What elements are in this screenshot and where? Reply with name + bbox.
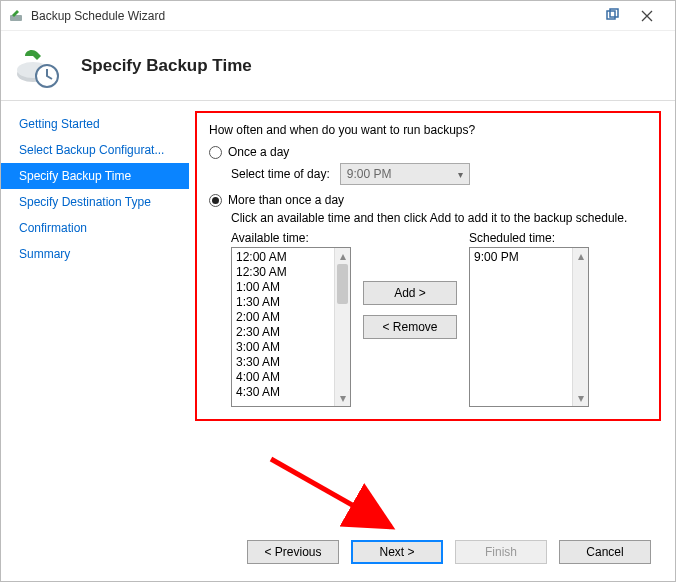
scroll-track[interactable] bbox=[335, 264, 350, 390]
list-item[interactable]: 2:30 AM bbox=[236, 325, 334, 340]
step-specify-destination-type[interactable]: Specify Destination Type bbox=[1, 189, 189, 215]
highlight-box: How often and when do you want to run ba… bbox=[195, 111, 661, 421]
finish-button: Finish bbox=[455, 540, 547, 564]
svg-rect-2 bbox=[610, 9, 618, 17]
titlebar: Backup Schedule Wizard bbox=[1, 1, 675, 31]
scheduled-label: Scheduled time: bbox=[469, 231, 589, 245]
scroll-down-icon[interactable]: ▾ bbox=[335, 390, 350, 406]
scroll-thumb[interactable] bbox=[337, 264, 348, 304]
page-title: Specify Backup Time bbox=[81, 56, 252, 76]
time-of-day-label: Select time of day: bbox=[231, 167, 330, 181]
window-controls bbox=[627, 2, 667, 30]
list-item[interactable]: 2:00 AM bbox=[236, 310, 334, 325]
wizard-body: Getting Started Select Backup Configurat… bbox=[1, 101, 675, 521]
window-title: Backup Schedule Wizard bbox=[31, 9, 597, 23]
available-label: Available time: bbox=[231, 231, 351, 245]
radio-once-a-day[interactable]: Once a day bbox=[209, 145, 647, 159]
available-time-list[interactable]: 12:00 AM 12:30 AM 1:00 AM 1:30 AM 2:00 A… bbox=[231, 247, 351, 407]
next-button[interactable]: Next > bbox=[351, 540, 443, 564]
step-select-backup-config[interactable]: Select Backup Configurat... bbox=[1, 137, 189, 163]
radio-icon bbox=[209, 194, 222, 207]
wizard-steps: Getting Started Select Backup Configurat… bbox=[1, 101, 189, 521]
scroll-track[interactable] bbox=[573, 264, 588, 390]
list-item[interactable]: 1:30 AM bbox=[236, 295, 334, 310]
cancel-button[interactable]: Cancel bbox=[559, 540, 651, 564]
backup-clock-icon bbox=[15, 42, 63, 90]
once-time-row: Select time of day: 9:00 PM ▾ bbox=[231, 163, 647, 185]
list-item[interactable]: 1:00 AM bbox=[236, 280, 334, 295]
list-item[interactable]: 4:00 AM bbox=[236, 370, 334, 385]
scheduled-time-list[interactable]: 9:00 PM ▴ ▾ bbox=[469, 247, 589, 407]
list-item[interactable]: 3:00 AM bbox=[236, 340, 334, 355]
time-lists: Available time: 12:00 AM 12:30 AM 1:00 A… bbox=[231, 231, 647, 407]
time-of-day-value: 9:00 PM bbox=[347, 167, 392, 181]
close-icon[interactable] bbox=[627, 2, 667, 30]
scheduled-column: Scheduled time: 9:00 PM ▴ ▾ bbox=[469, 231, 589, 407]
wizard-window: Backup Schedule Wizard Specify Backup Ti… bbox=[0, 0, 676, 582]
scrollbar[interactable]: ▴ ▾ bbox=[572, 248, 588, 406]
chevron-down-icon: ▾ bbox=[458, 169, 463, 180]
wizard-header: Specify Backup Time bbox=[1, 31, 675, 101]
add-button[interactable]: Add > bbox=[363, 281, 457, 305]
scroll-up-icon[interactable]: ▴ bbox=[573, 248, 588, 264]
list-item[interactable]: 9:00 PM bbox=[474, 250, 572, 265]
radio-multi-label: More than once a day bbox=[228, 193, 344, 207]
available-column: Available time: 12:00 AM 12:30 AM 1:00 A… bbox=[231, 231, 351, 407]
restore-icon[interactable] bbox=[597, 2, 627, 30]
previous-button[interactable]: < Previous bbox=[247, 540, 339, 564]
scrollbar[interactable]: ▴ ▾ bbox=[334, 248, 350, 406]
step-getting-started[interactable]: Getting Started bbox=[1, 111, 189, 137]
time-of-day-select: 9:00 PM ▾ bbox=[340, 163, 470, 185]
scroll-down-icon[interactable]: ▾ bbox=[573, 390, 588, 406]
wizard-footer: < Previous Next > Finish Cancel bbox=[1, 523, 675, 581]
radio-once-label: Once a day bbox=[228, 145, 289, 159]
transfer-buttons: Add > < Remove bbox=[363, 281, 457, 339]
radio-more-than-once[interactable]: More than once a day bbox=[209, 193, 647, 207]
step-specify-backup-time[interactable]: Specify Backup Time bbox=[1, 163, 189, 189]
svg-rect-0 bbox=[10, 15, 22, 21]
remove-button[interactable]: < Remove bbox=[363, 315, 457, 339]
step-summary[interactable]: Summary bbox=[1, 241, 189, 267]
prompt-text: How often and when do you want to run ba… bbox=[209, 123, 647, 137]
radio-icon bbox=[209, 146, 222, 159]
scroll-up-icon[interactable]: ▴ bbox=[335, 248, 350, 264]
app-icon bbox=[9, 8, 25, 24]
multi-instruction: Click an available time and then click A… bbox=[231, 211, 647, 225]
list-item[interactable]: 4:30 AM bbox=[236, 385, 334, 400]
list-item[interactable]: 3:30 AM bbox=[236, 355, 334, 370]
step-confirmation[interactable]: Confirmation bbox=[1, 215, 189, 241]
list-item[interactable]: 12:00 AM bbox=[236, 250, 334, 265]
wizard-content: How often and when do you want to run ba… bbox=[189, 101, 675, 521]
list-item[interactable]: 12:30 AM bbox=[236, 265, 334, 280]
svg-rect-1 bbox=[607, 11, 615, 19]
